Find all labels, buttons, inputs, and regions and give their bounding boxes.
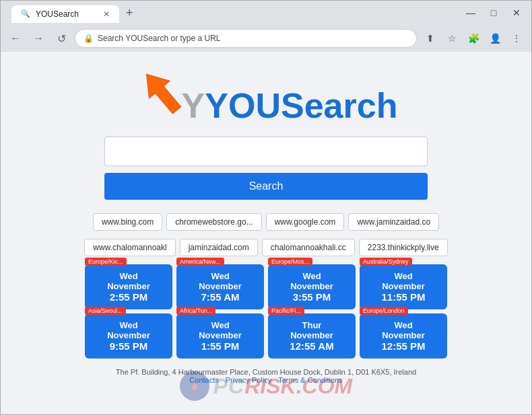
clock-tile[interactable]: Wed November 2:55 PM <box>85 264 172 309</box>
active-tab[interactable]: 🔍 YOUSearch ✕ <box>11 5 119 23</box>
page-content: YYOUSearch Search www.bing.com chromeweb… <box>1 52 531 414</box>
clock-month: November <box>280 281 343 291</box>
clock-day: Wed <box>372 320 435 330</box>
clock-time: 12:55 AM <box>280 340 343 352</box>
clock-tile-wrapper: Europe/Mos... Wed November 3:55 PM <box>268 264 356 309</box>
svg-marker-2 <box>136 65 187 118</box>
clock-tile[interactable]: Thur November 12:55 AM <box>268 313 356 359</box>
clock-month: November <box>189 281 252 291</box>
arrow-icon <box>135 65 189 119</box>
clock-time: 2:55 PM <box>97 291 160 303</box>
clock-time: 9:55 PM <box>97 340 160 352</box>
search-input[interactable] <box>104 137 428 166</box>
footer-terms[interactable]: Terms & Conditions <box>278 376 342 384</box>
clock-day: Wed <box>97 271 160 281</box>
quick-links-row2: www.chalomannoakl jaminzaidad.com chalom… <box>71 239 461 256</box>
clock-timezone-label: Europe/Mos... <box>268 258 312 266</box>
lock-icon: 🔒 <box>84 34 94 43</box>
clock-tile[interactable]: Wed November 7:55 AM <box>176 264 264 309</box>
clock-timezone-label: Europe/Kic... <box>85 258 127 266</box>
quick-link-chalomannoakl[interactable]: www.chalomannoakl <box>84 239 175 256</box>
clock-month: November <box>189 330 252 340</box>
clock-timezone-label: Pacific/Fi... <box>268 307 304 315</box>
footer-privacy[interactable]: Privacy Policy <box>226 376 271 384</box>
footer-links: Contacts Privacy Policy Terms & Conditio… <box>189 376 342 384</box>
maximize-button[interactable]: □ <box>484 3 503 22</box>
logo-prefix: Y <box>182 86 205 125</box>
clock-day: Wed <box>189 320 252 330</box>
extensions-icon[interactable]: 🧩 <box>464 29 483 48</box>
nav-icons: ⬆ ☆ 🧩 👤 ⋮ <box>421 29 526 48</box>
clock-tile[interactable]: Wed November 12:55 PM <box>360 313 447 359</box>
address-bar[interactable]: 🔒 <box>75 29 417 48</box>
clock-tile-wrapper: Africa/Tun... Wed November 1:55 PM <box>176 313 264 359</box>
tab-favicon: 🔍 <box>21 9 30 18</box>
clock-day: Wed <box>189 271 252 281</box>
clock-day: Wed <box>280 271 343 281</box>
clock-timezone-label: Australia/Sydney <box>360 258 412 266</box>
clock-timezone-label: Africa/Tun... <box>176 307 215 315</box>
new-tab-button[interactable]: + <box>121 3 139 23</box>
clock-month: November <box>372 330 435 340</box>
clock-tile-wrapper: Europe/Kic... Wed November 2:55 PM <box>85 264 172 309</box>
clock-tile-wrapper: Europe/London Wed November 12:55 PM <box>360 313 447 359</box>
clocks-row1: Europe/Kic... Wed November 2:55 PM Ameri… <box>57 264 475 309</box>
back-button[interactable]: ← <box>6 29 25 48</box>
clocks-row2: Asia/Seoul... Wed November 9:55 PM Afric… <box>57 313 475 359</box>
tab-close-button[interactable]: ✕ <box>103 9 110 19</box>
browser-frame: 🔍 YOUSearch ✕ + — □ ✕ ← → ↺ 🔒 ⬆ ☆ 🧩 👤 ⋮ <box>0 0 532 415</box>
nav-bar: ← → ↺ 🔒 ⬆ ☆ 🧩 👤 ⋮ <box>1 25 531 52</box>
clock-month: November <box>372 281 435 291</box>
quick-link-google[interactable]: www.google.com <box>266 213 345 231</box>
footer-address: The Pf. Building, 4 Harbourmaster Place,… <box>116 368 416 376</box>
clock-month: November <box>280 330 343 340</box>
clock-time: 1:55 PM <box>189 340 252 352</box>
clock-timezone-label: Europe/London <box>360 307 408 315</box>
clock-day: Wed <box>97 320 160 330</box>
quick-link-chrome[interactable]: chromewebstore.go... <box>166 213 261 231</box>
clock-tile-wrapper: Australia/Sydney Wed November 11:55 PM <box>360 264 447 309</box>
title-bar: 🔍 YOUSearch ✕ + — □ ✕ <box>1 1 531 25</box>
clock-tile-wrapper: Pacific/Fi... Thur November 12:55 AM <box>268 313 356 359</box>
clock-tile[interactable]: Wed November 3:55 PM <box>268 264 356 309</box>
clock-time: 7:55 AM <box>189 291 252 303</box>
quick-link-jaminzaidad[interactable]: www.jaminzaidad.co <box>348 213 439 231</box>
clock-tile-wrapper: Asia/Seoul... Wed November 9:55 PM <box>85 313 172 359</box>
window-controls: — □ ✕ <box>461 3 526 22</box>
clock-time: 3:55 PM <box>280 291 343 303</box>
clock-month: November <box>97 330 160 340</box>
logo-text: YYOUSearch <box>182 85 398 126</box>
clock-tile-wrapper: America/New... Wed November 7:55 AM <box>176 264 264 309</box>
logo-section: YYOUSearch <box>135 65 398 126</box>
close-button[interactable]: ✕ <box>507 3 526 22</box>
clock-month: November <box>97 281 160 291</box>
clock-tile[interactable]: Wed November 1:55 PM <box>176 313 264 359</box>
clock-tile[interactable]: Wed November 11:55 PM <box>360 264 447 309</box>
clock-day: Thur <box>280 320 343 330</box>
clock-time: 11:55 PM <box>372 291 435 303</box>
clock-timezone-label: America/New... <box>176 258 224 266</box>
quick-link-bing[interactable]: www.bing.com <box>93 213 162 231</box>
tab-bar: 🔍 YOUSearch ✕ + <box>6 3 144 23</box>
quick-link-thinkickply[interactable]: 2233.thinkickply.live <box>359 239 448 256</box>
tab-title: YOUSearch <box>36 9 79 19</box>
share-icon[interactable]: ⬆ <box>421 29 440 48</box>
address-input[interactable] <box>98 34 408 43</box>
clock-time: 12:55 PM <box>372 340 435 352</box>
refresh-button[interactable]: ↺ <box>52 29 71 48</box>
quick-link-chalomannoakhali[interactable]: chalomannoakhali.cc <box>262 239 355 256</box>
clock-tile[interactable]: Wed November 9:55 PM <box>85 313 172 359</box>
footer-contacts[interactable]: Contacts <box>189 376 218 384</box>
clock-timezone-label: Asia/Seoul... <box>85 307 126 315</box>
menu-icon[interactable]: ⋮ <box>507 29 526 48</box>
clock-day: Wed <box>372 271 435 281</box>
quick-link-jaminzaidad2[interactable]: jaminzaidad.com <box>180 239 258 256</box>
minimize-button[interactable]: — <box>461 3 480 22</box>
forward-button[interactable]: → <box>29 29 48 48</box>
bookmark-icon[interactable]: ☆ <box>442 29 461 48</box>
search-button[interactable]: Search <box>104 173 428 200</box>
profile-icon[interactable]: 👤 <box>486 29 504 48</box>
quick-links-row1: www.bing.com chromewebstore.go... www.go… <box>71 213 461 231</box>
